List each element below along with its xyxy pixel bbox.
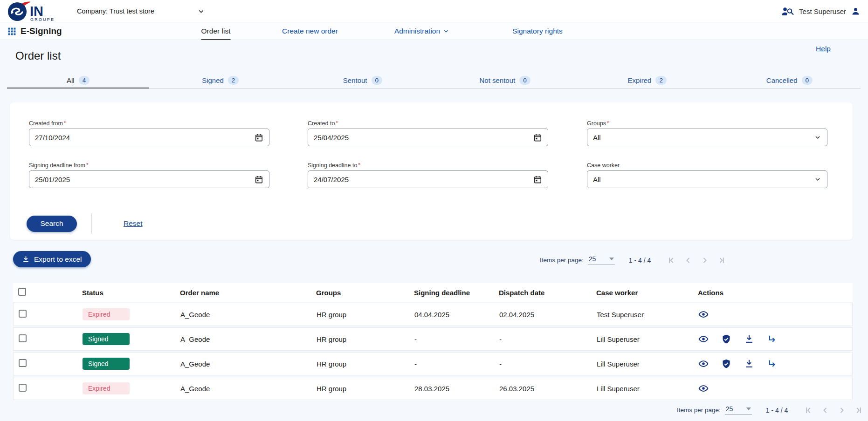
created-from-input[interactable]: 27/10/2024 bbox=[29, 129, 269, 146]
tab-cancelled-count: 0 bbox=[802, 76, 813, 85]
tab-not-sentout-count: 0 bbox=[519, 76, 530, 85]
case-worker-select[interactable]: All bbox=[587, 170, 827, 188]
row-checkbox[interactable] bbox=[19, 384, 27, 392]
chevron-down-icon bbox=[443, 28, 449, 34]
tab-expired-label: Expired bbox=[628, 76, 652, 84]
row-checkbox[interactable] bbox=[19, 334, 27, 342]
items-per-page-select[interactable]: 25 bbox=[725, 405, 752, 415]
subdirectory-arrow-right-icon bbox=[767, 334, 777, 344]
created-to-label: Created to bbox=[308, 120, 335, 127]
calendar-icon[interactable] bbox=[533, 133, 542, 142]
deadline-from-input[interactable]: 25/01/2025 bbox=[29, 170, 269, 188]
view-order-button[interactable] bbox=[698, 383, 709, 394]
nav-item-create-new-order[interactable]: Create new order bbox=[282, 22, 338, 40]
table-row: Signed A_Geode HR group - - Lill Superus… bbox=[13, 352, 853, 375]
apps-grid-icon[interactable] bbox=[7, 27, 16, 36]
user-search-icon[interactable] bbox=[781, 7, 794, 16]
divider bbox=[91, 213, 92, 234]
download-icon bbox=[744, 359, 754, 369]
search-button[interactable]: Search bbox=[27, 216, 77, 232]
in-groupe-logo-graphic: IN GROUPE bbox=[7, 0, 62, 22]
deadline-to-input[interactable]: 24/07/2025 bbox=[308, 170, 548, 188]
last-page-button[interactable] bbox=[717, 256, 726, 265]
tab-all[interactable]: All 4 bbox=[7, 73, 149, 88]
next-page-button[interactable] bbox=[700, 256, 710, 265]
download-document-button[interactable] bbox=[744, 334, 754, 344]
groups-select[interactable]: All bbox=[587, 129, 827, 146]
help-link[interactable]: Help bbox=[816, 45, 831, 53]
tab-signed[interactable]: Signed 2 bbox=[149, 73, 291, 88]
select-all-checkbox[interactable] bbox=[18, 288, 26, 296]
created-to-value: 25/04/2025 bbox=[314, 134, 349, 142]
tab-sentout-label: Sentout bbox=[343, 76, 367, 84]
verify-signature-button[interactable] bbox=[721, 359, 731, 369]
order-name-cell: A_Geode bbox=[180, 335, 317, 343]
eye-icon bbox=[698, 334, 709, 344]
view-order-button[interactable] bbox=[698, 359, 709, 369]
signing-deadline-cell: - bbox=[414, 335, 499, 343]
user-account-icon[interactable] bbox=[851, 7, 861, 16]
pager-arrows bbox=[804, 406, 863, 415]
deadline-to-label: Signing deadline to bbox=[308, 162, 357, 169]
field-created-from: Created from* 27/10/2024 bbox=[29, 120, 269, 146]
case-worker-label: Case worker bbox=[587, 162, 620, 169]
nav-create-order-label: Create new order bbox=[282, 27, 338, 35]
first-page-button[interactable] bbox=[667, 256, 676, 265]
company-select[interactable]: Company: Trust test store bbox=[77, 0, 205, 22]
forward-order-button[interactable] bbox=[767, 359, 777, 369]
created-from-label: Created from bbox=[29, 120, 63, 127]
reset-link[interactable]: Reset bbox=[124, 219, 143, 228]
items-per-page-select[interactable]: 25 bbox=[588, 255, 615, 265]
signing-deadline-cell: - bbox=[414, 360, 499, 368]
required-marker: * bbox=[607, 120, 609, 126]
next-page-button[interactable] bbox=[837, 406, 847, 415]
created-to-input[interactable]: 25/04/2025 bbox=[308, 129, 548, 146]
page-range: 1 - 4 / 4 bbox=[766, 407, 788, 414]
deadline-to-value: 24/07/2025 bbox=[314, 176, 349, 183]
nav-item-order-list[interactable]: Order list bbox=[201, 22, 231, 40]
nav-administration-label: Administration bbox=[394, 27, 440, 35]
logo-text-in: IN bbox=[30, 4, 43, 19]
chevron-down-icon bbox=[814, 134, 821, 141]
row-checkbox[interactable] bbox=[19, 310, 27, 318]
required-marker: * bbox=[86, 162, 88, 168]
tab-cancelled[interactable]: Cancelled 0 bbox=[718, 73, 861, 88]
search-row: Search Reset bbox=[27, 213, 143, 234]
groups-cell: HR group bbox=[317, 311, 414, 319]
status-badge: Signed bbox=[83, 358, 130, 370]
view-order-button[interactable] bbox=[698, 334, 709, 344]
groups-value: All bbox=[593, 134, 601, 142]
tab-sentout[interactable]: Sentout 0 bbox=[291, 73, 434, 88]
actions-cell bbox=[698, 383, 852, 394]
verify-signature-button[interactable] bbox=[721, 334, 731, 344]
row-checkbox[interactable] bbox=[19, 359, 27, 367]
eye-icon bbox=[698, 359, 709, 369]
required-marker: * bbox=[64, 120, 66, 126]
groups-cell: HR group bbox=[317, 360, 414, 368]
forward-order-button[interactable] bbox=[767, 334, 777, 344]
eye-icon bbox=[698, 383, 709, 394]
export-to-excel-button[interactable]: Export to excel bbox=[13, 251, 91, 267]
company-select-value: Company: Trust test store bbox=[77, 7, 154, 15]
first-page-button[interactable] bbox=[804, 406, 813, 415]
previous-page-button[interactable] bbox=[820, 406, 830, 415]
field-created-to: Created to* 25/04/2025 bbox=[308, 120, 548, 146]
nav-item-administration[interactable]: Administration bbox=[394, 22, 449, 40]
actions-cell bbox=[698, 359, 852, 369]
download-document-button[interactable] bbox=[744, 359, 754, 369]
previous-page-button[interactable] bbox=[683, 256, 693, 265]
items-per-page-label: Items per page: bbox=[540, 257, 584, 264]
last-page-button[interactable] bbox=[854, 406, 863, 415]
required-marker: * bbox=[336, 120, 338, 126]
tab-expired[interactable]: Expired 2 bbox=[576, 73, 718, 88]
calendar-icon[interactable] bbox=[533, 175, 542, 184]
tab-not-sentout[interactable]: Not sentout 0 bbox=[434, 73, 576, 88]
calendar-icon[interactable] bbox=[255, 175, 263, 184]
nav-item-signatory-rights[interactable]: Signatory rights bbox=[512, 22, 563, 40]
export-button-label: Export to excel bbox=[34, 255, 82, 264]
caret-down-icon bbox=[609, 258, 614, 260]
calendar-icon[interactable] bbox=[255, 133, 263, 142]
table-row: Expired A_Geode HR group 28.03.2025 26.0… bbox=[13, 377, 853, 400]
signing-deadline-cell: 28.03.2025 bbox=[414, 385, 499, 393]
view-order-button[interactable] bbox=[698, 309, 709, 319]
